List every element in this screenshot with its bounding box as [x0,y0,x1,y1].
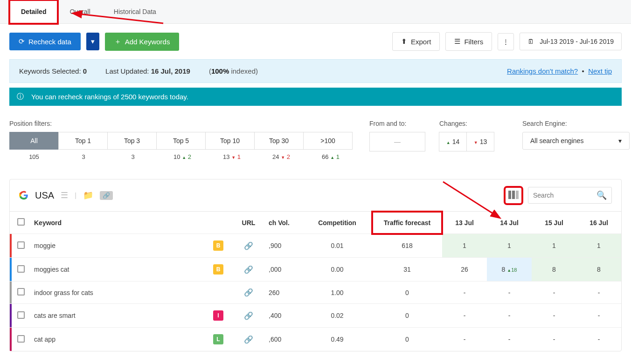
tab-detailed[interactable]: Detailed [9,0,58,24]
kebab-menu[interactable]: ⋮ [498,33,514,50]
keyword-cell[interactable]: moggie [30,234,204,258]
from-to-input[interactable]: — [369,132,425,151]
changes-down[interactable]: 13 [466,132,494,151]
date-range-value: Jul-13 2019 - Jul-16 2019 [540,38,614,45]
col-traffic-forecast[interactable]: Traffic forecast [372,212,442,234]
col-date-1[interactable]: 13 Jul [442,212,487,234]
folder-icon[interactable]: 📁 [83,190,93,200]
rank-cell: - [442,282,487,304]
from-to-block: From and to: — [369,120,425,151]
traffic-cell: 0 [372,328,442,351]
rank-cell: 1 [442,234,487,258]
traffic-cell: 31 [372,258,442,282]
row-checkbox[interactable] [17,335,25,343]
recheck-button[interactable]: ⟳ Recheck data [9,33,81,50]
position-filter-top-5[interactable]: Top 5 [156,132,206,150]
google-icon [19,191,28,200]
tab-historical[interactable]: Historical Data [102,0,168,23]
filters-button[interactable]: ☰ Filters [445,32,492,51]
keywords-selected: Keywords Selected: 0 [19,67,87,75]
url-link-icon[interactable]: 🔗 [244,266,253,274]
url-link-icon[interactable]: 🔗 [244,288,253,296]
rank-cell: 26 [442,258,487,282]
keyword-cell[interactable]: cat app [30,328,204,351]
rank-cell: 1 [532,234,576,258]
info-bar: Keywords Selected: 0 Last Updated: 16 Ju… [9,59,622,83]
export-label: Export [411,38,431,46]
search-engine-block: Search Engine: All search engines ▾ [522,120,630,150]
last-updated: Last Updated: 16 Jul, 2019 [105,67,190,75]
select-all-checkbox[interactable] [17,218,25,226]
search-input[interactable] [533,192,589,199]
columns-button[interactable] [506,188,521,203]
row-checkbox[interactable] [17,265,25,273]
add-keywords-button[interactable]: ＋ Add Keywords [105,33,180,51]
index-progress: (100% indexed) [209,67,258,75]
row-checkbox[interactable] [17,311,25,319]
link-chip-icon[interactable]: 🔗 [100,191,113,200]
rank-cell: - [576,304,621,328]
keyword-cell[interactable]: cats are smart [30,304,204,328]
search-engine-select[interactable]: All search engines ▾ [522,132,630,150]
plus-icon: ＋ [114,37,121,46]
from-to-label: From and to: [369,120,425,127]
help-links: Rankings don't match? • Next tip [507,67,612,75]
position-filter-top-10[interactable]: Top 10 [205,132,255,150]
col-volume[interactable]: ch Vol. [265,212,302,234]
url-link-icon[interactable]: 🔗 [244,336,253,343]
position-count: 3 [59,150,108,160]
tabs-bar: Detailed Overall Historical Data [0,0,631,24]
tab-overall[interactable]: Overall [58,0,102,23]
date-range[interactable]: 🗓 Jul-13 2019 - Jul-16 2019 [520,33,622,50]
table-row: cat appL🔗,6000.490---- [10,328,621,351]
rankings-mismatch-link[interactable]: Rankings don't match? [507,67,578,75]
panel-header: USA ☰ | 📁 🔗 🔍 [10,179,621,211]
volume-cell: ,600 [265,328,302,351]
rank-cell: - [487,328,532,351]
col-date-3[interactable]: 15 Jul [532,212,576,234]
col-date-2[interactable]: 14 Jul [487,212,532,234]
col-date-4[interactable]: 16 Jul [576,212,621,234]
svg-rect-4 [516,191,519,199]
info-icon: ⓘ [17,92,24,101]
volume-cell: ,400 [265,304,302,328]
recheck-dropdown[interactable]: ▾ [86,33,99,50]
list-icon[interactable]: ☰ [61,190,68,200]
position-filter-all[interactable]: All [9,132,59,150]
competition-cell: 0.01 [302,234,372,258]
traffic-cell: 0 [372,304,442,328]
updated-label: Last Updated: [105,67,149,75]
export-button[interactable]: ⬆ Export [392,32,440,51]
position-count: 105 [9,150,59,160]
table-row: moggies catB🔗,0000.0031268 1888 [10,258,621,282]
keyword-cell[interactable]: indoor grass for cats [30,282,204,304]
changes-up-value: 14 [452,138,460,145]
position-filter-top-3[interactable]: Top 3 [107,132,157,150]
position-segmented: AllTop 1Top 3Top 5Top 10Top 30>100 [9,132,355,150]
keyword-cell[interactable]: moggies cat [30,258,204,282]
table-row: moggieB🔗,9000.016181111 [10,234,621,258]
col-url[interactable]: URL [232,212,265,234]
changes-up[interactable]: 14 [439,132,467,151]
search-box[interactable]: 🔍 [528,187,612,204]
next-tip-link[interactable]: Next tip [588,67,612,75]
calendar-icon: 🗓 [527,38,534,45]
traffic-cell: 618 [372,234,442,258]
rank-cell: - [532,328,576,351]
col-competition[interactable]: Competition [302,212,372,234]
position-filter-top-1[interactable]: Top 1 [58,132,108,150]
position-filters-label: Position filters: [9,120,355,127]
url-link-icon[interactable]: 🔗 [244,242,253,250]
competition-cell: 1.00 [302,282,372,304]
position-filter-top-30[interactable]: Top 30 [254,132,304,150]
position-count: 13 1 [207,150,257,160]
position-filter--100[interactable]: >100 [303,132,353,150]
col-keyword[interactable]: Keyword [30,212,204,234]
row-checkbox[interactable] [17,241,25,249]
changes-block: Changes: 14 13 [439,120,494,151]
row-checkbox[interactable] [17,288,25,295]
url-link-icon[interactable]: 🔗 [244,312,253,320]
keyword-badge: B [213,240,223,251]
rank-cell: - [576,328,621,351]
volume-cell: ,000 [265,258,302,282]
